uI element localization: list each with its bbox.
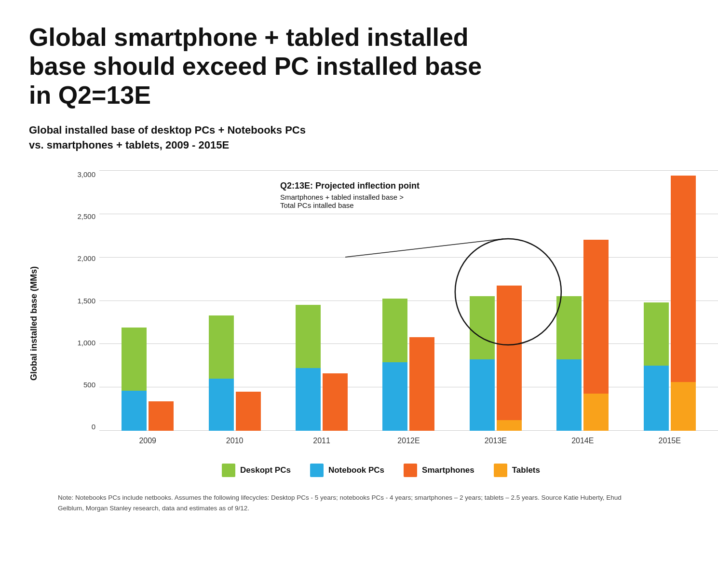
y-tick: 2,000 (77, 254, 99, 262)
legend-swatch (404, 464, 417, 477)
x-label: 2013E (469, 437, 522, 445)
y-axis: 05001,0001,5002,0002,5003,000 (73, 170, 99, 431)
notebook-segment (556, 359, 582, 431)
bar-group (644, 176, 696, 431)
desktop-segment (209, 315, 234, 379)
desktop-segment (122, 328, 147, 391)
bar-group (122, 328, 174, 431)
chart-inner: 05001,0001,5002,0002,5003,000 2009201020… (73, 170, 718, 450)
pc-stack (209, 315, 234, 431)
x-label: 2009 (121, 437, 174, 445)
notebook-segment (296, 368, 321, 431)
pc-stack (470, 296, 495, 431)
tablet-segment (671, 382, 696, 431)
tablet-segment (583, 394, 609, 431)
y-tick: 1,500 (77, 297, 99, 305)
mobile-stack (149, 401, 174, 431)
smartphone-segment (409, 337, 434, 431)
legend-label: Tablets (512, 465, 540, 475)
notebook-segment (122, 391, 147, 431)
legend-item: Smartphones (404, 464, 474, 477)
annotation: Q2:13E: Projected inflection point Smart… (280, 181, 420, 209)
y-tick: 3,000 (77, 170, 99, 178)
x-label: 2010 (208, 437, 261, 445)
bar-group (556, 240, 609, 431)
desktop-segment (382, 299, 407, 362)
pc-stack (296, 305, 321, 431)
smartphone-segment (323, 373, 348, 431)
mobile-stack (497, 286, 522, 431)
bar-group (382, 299, 434, 431)
x-label: 2014E (556, 437, 609, 445)
notebook-segment (644, 366, 669, 431)
chart-container: 05001,0001,5002,0002,5003,000 2009201020… (44, 170, 689, 477)
footer-note: Note: Notebooks PCs include netbooks. As… (58, 492, 637, 513)
y-tick: 1,000 (77, 339, 99, 347)
pc-stack (644, 302, 669, 431)
main-title: Global smartphone + tabled installed bas… (29, 23, 501, 109)
smartphone-segment (497, 286, 522, 420)
bars-area (99, 170, 718, 431)
desktop-segment (470, 296, 495, 359)
x-axis: 2009201020112012E2013E2014E2015E (99, 432, 718, 450)
bar-group (470, 286, 522, 431)
legend-swatch (222, 464, 235, 477)
mobile-stack (409, 337, 434, 431)
x-label: 2012E (382, 437, 435, 445)
mobile-stack (671, 176, 696, 431)
bar-group (209, 315, 261, 431)
annotation-title: Q2:13E: Projected inflection point (280, 181, 420, 191)
y-tick: 2,500 (77, 212, 99, 220)
desktop-segment (556, 296, 582, 359)
legend-item: Tablets (494, 464, 540, 477)
notebook-segment (382, 362, 407, 431)
mobile-stack (323, 373, 348, 431)
smartphone-segment (583, 240, 609, 394)
legend-swatch (310, 464, 324, 477)
notebook-segment (209, 379, 234, 431)
chart-area: Global installed base (MMs) 05001,0001,5… (29, 170, 689, 477)
legend-label: Deskopt PCs (240, 465, 291, 475)
pc-stack (382, 299, 407, 431)
y-tick: 500 (83, 381, 99, 389)
x-label: 2011 (295, 437, 348, 445)
y-tick: 0 (92, 423, 99, 431)
mobile-stack (236, 392, 261, 431)
notebook-segment (470, 359, 495, 431)
pc-stack (556, 296, 582, 431)
y-axis-label: Global installed base (MMs) (29, 266, 39, 381)
smartphone-segment (236, 392, 261, 431)
bar-group (296, 305, 348, 431)
x-label: 2015E (643, 437, 696, 445)
legend: Deskopt PCsNotebook PCsSmartphonesTablet… (73, 464, 689, 477)
subtitle: Global installed base of desktop PCs + N… (29, 123, 689, 153)
desktop-segment (644, 302, 669, 366)
tablet-segment (497, 420, 522, 431)
annotation-body: Smartphones + tabled installed base >Tot… (280, 193, 420, 209)
desktop-segment (296, 305, 321, 368)
legend-label: Notebook PCs (328, 465, 384, 475)
smartphone-segment (671, 176, 696, 382)
smartphone-segment (149, 401, 174, 431)
mobile-stack (583, 240, 609, 431)
pc-stack (122, 328, 147, 431)
legend-item: Notebook PCs (310, 464, 384, 477)
legend-label: Smartphones (422, 465, 474, 475)
legend-swatch (494, 464, 507, 477)
legend-item: Deskopt PCs (222, 464, 291, 477)
